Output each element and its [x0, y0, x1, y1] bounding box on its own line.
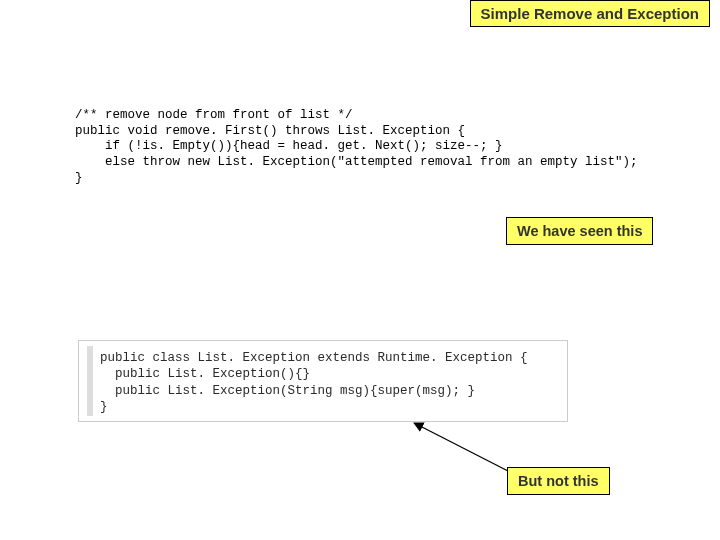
code-image-gutter — [87, 346, 93, 416]
code-remove-first: /** remove node from front of list */ pu… — [75, 108, 638, 186]
code-line: public List. Exception(String msg){super… — [100, 384, 475, 398]
code-line: public void remove. First() throws List.… — [75, 124, 465, 138]
code-line: if (!is. Empty()){head = head. get. Next… — [75, 139, 503, 153]
code-list-exception: public class List. Exception extends Run… — [100, 350, 528, 415]
svg-line-0 — [420, 426, 508, 471]
code-line: } — [100, 400, 108, 414]
code-line: public class List. Exception extends Run… — [100, 351, 528, 365]
slide-title: Simple Remove and Exception — [470, 0, 710, 27]
callout-seen-this: We have seen this — [506, 217, 653, 245]
code-line: public List. Exception(){} — [100, 367, 310, 381]
code-line: else throw new List. Exception("attempte… — [75, 155, 638, 169]
callout-not-this: But not this — [507, 467, 610, 495]
code-line: } — [75, 171, 83, 185]
code-line: /** remove node from front of list */ — [75, 108, 353, 122]
